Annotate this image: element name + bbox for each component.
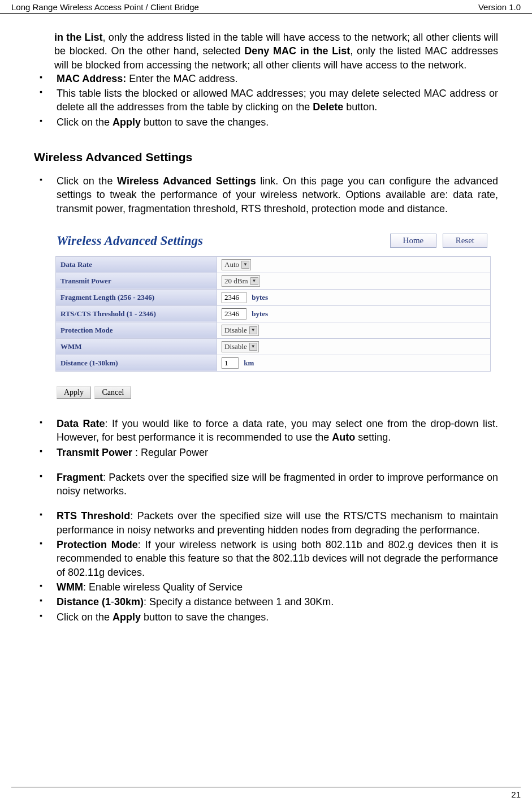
rts-bold: RTS Threshold (57, 510, 130, 521)
list-item: This table lists the blocked or allowed … (40, 87, 498, 114)
content-area: in the List, only the address listed in … (0, 14, 532, 636)
apply-text-c: button to save the changes. (141, 117, 269, 128)
transmit-power-bold: Transmit Power (57, 447, 132, 458)
transmit-power-cell: 20 dBm▼ (217, 273, 491, 289)
header-left: Long Range Wireless Access Point / Clien… (11, 2, 199, 12)
table-text-c: button. (343, 101, 377, 113)
distance-input[interactable] (222, 357, 239, 369)
list-item: Distance (1-30km): Specify a distance be… (40, 595, 498, 609)
bullets-bottom: Data Rate: If you would like to force a … (34, 417, 498, 459)
delete-label: Delete (313, 101, 343, 113)
table-text-a: This table lists the blocked or allowed … (57, 88, 498, 113)
data-rate-label: Data Rate (56, 256, 217, 273)
distance-unit: km (244, 359, 254, 367)
list-item: MAC Address: Enter the MAC address. (40, 72, 498, 85)
protection-bold: Protection Mode (57, 539, 138, 550)
bullets-top: MAC Address: Enter the MAC address. This… (34, 72, 498, 129)
bullets-bottom-3: RTS Threshold: Packets over the specifie… (34, 509, 498, 623)
section-heading: Wireless Advanced Settings (34, 150, 498, 164)
table-row: RTS/CTS Threshold (1 - 2346) bytes (56, 305, 491, 322)
list-item: Fragment: Packets over the specified siz… (40, 471, 498, 498)
intro-deny: Deny MAC in the List (244, 45, 350, 57)
apply-button[interactable]: Apply (57, 386, 91, 399)
screenshot-title: Wireless Advanced Settings (57, 234, 203, 248)
transmit-power-select[interactable]: 20 dBm▼ (222, 275, 260, 287)
chevron-down-icon: ▼ (241, 261, 249, 269)
cancel-button[interactable]: Cancel (94, 386, 131, 399)
wmm-value: Disable (224, 342, 247, 351)
wmm-bold: WMM (57, 581, 83, 593)
intro-lead: in the List (54, 32, 103, 43)
transmit-power-text: : Regular Power (132, 447, 208, 458)
data-rate-text: : If you would like to force a data rate… (57, 418, 498, 443)
page-footer: 21 (11, 787, 521, 799)
settings-table: Data Rate Auto▼ Transmit Power 20 dBm▼ F… (55, 256, 491, 372)
list-item: RTS Threshold: Packets over the specifie… (40, 509, 498, 537)
apply-label: Apply (113, 117, 141, 128)
apply-text-a: Click on the (57, 117, 113, 128)
list-item: Click on the Apply button to save the ch… (40, 115, 498, 129)
page-header: Long Range Wireless Access Point / Clien… (0, 0, 532, 14)
list-item: Protection Mode: If your wireless networ… (40, 538, 498, 579)
wmm-label: WMM (56, 338, 217, 355)
list-item: Data Rate: If you would like to force a … (40, 417, 498, 445)
fragment-length-cell: bytes (217, 289, 491, 305)
data-rate-end: setting. (355, 432, 391, 443)
rts-threshold-cell: bytes (217, 305, 491, 322)
distance-cell: km (217, 355, 491, 371)
mac-address-label: MAC Address: (57, 73, 126, 84)
distance-label: Distance (1-30km) (56, 355, 217, 371)
list-item: WMM: Enable wireless Quality of Service (40, 580, 498, 594)
fragment-length-input[interactable] (222, 292, 246, 303)
fragment-length-label: Fragment Length (256 - 2346) (56, 289, 217, 305)
transmit-power-label: Transmit Power (56, 273, 217, 289)
was-link-label: Wireless Advanced Settings (117, 175, 256, 187)
was-text-a: Click on the (57, 175, 117, 187)
list-item: Click on the Apply button to save the ch… (40, 610, 498, 624)
data-rate-select[interactable]: Auto▼ (222, 259, 251, 270)
apply2-a: Click on the (57, 611, 113, 623)
header-right: Version 1.0 (478, 2, 521, 12)
distance-bold-c: 30km) (114, 596, 144, 607)
intro-paragraph: in the List, only the address listed in … (34, 31, 498, 72)
apply2-c: button to save the changes. (141, 611, 269, 623)
protection-mode-label: Protection Mode (56, 322, 217, 338)
fragment-unit: bytes (252, 293, 268, 301)
wmm-cell: Disable▼ (217, 338, 491, 355)
protection-mode-select[interactable]: Disable▼ (222, 325, 259, 336)
wmm-select[interactable]: Disable▼ (222, 341, 259, 352)
home-button[interactable]: Home (390, 234, 437, 248)
rts-threshold-input[interactable] (222, 308, 246, 320)
data-rate-value: Auto (224, 260, 239, 269)
data-rate-cell: Auto▼ (217, 256, 491, 273)
screenshot: Wireless Advanced Settings Home Reset Da… (55, 231, 491, 401)
chevron-down-icon: ▼ (250, 277, 258, 285)
screenshot-footer: Apply Cancel (55, 384, 491, 401)
protection-mode-value: Disable (224, 326, 247, 335)
mac-address-text: Enter the MAC address. (126, 73, 237, 84)
table-row: Data Rate Auto▼ (56, 256, 491, 273)
distance-bold-a: Distance (1 (57, 596, 111, 607)
chevron-down-icon: ▼ (249, 326, 257, 334)
data-rate-bold: Data Rate (57, 418, 105, 429)
bullets-mid: Click on the Wireless Advanced Settings … (34, 174, 498, 215)
screenshot-header-buttons: Home Reset (387, 234, 487, 248)
transmit-power-value: 20 dBm (224, 277, 248, 286)
list-item: Click on the Wireless Advanced Settings … (40, 174, 498, 215)
apply2-bold: Apply (113, 611, 141, 623)
fragment-bold: Fragment (57, 472, 103, 483)
table-row: WMM Disable▼ (56, 338, 491, 355)
chevron-down-icon: ▼ (249, 343, 257, 351)
list-item: Transmit Power : Regular Power (40, 446, 498, 459)
reset-button[interactable]: Reset (443, 234, 487, 248)
table-row: Protection Mode Disable▼ (56, 322, 491, 338)
table-row: Fragment Length (256 - 2346) bytes (56, 289, 491, 305)
rts-unit: bytes (252, 309, 268, 318)
screenshot-header: Wireless Advanced Settings Home Reset (55, 231, 491, 253)
fragment-text: : Packets over the specified size will b… (57, 472, 498, 497)
wmm-text: : Enable wireless Quality of Service (83, 581, 243, 593)
bullets-bottom-2: Fragment: Packets over the specified siz… (34, 471, 498, 498)
protection-mode-cell: Disable▼ (217, 322, 491, 338)
table-row: Distance (1-30km) km (56, 355, 491, 371)
distance-text: : Specify a distance between 1 and 30Km. (144, 596, 334, 607)
